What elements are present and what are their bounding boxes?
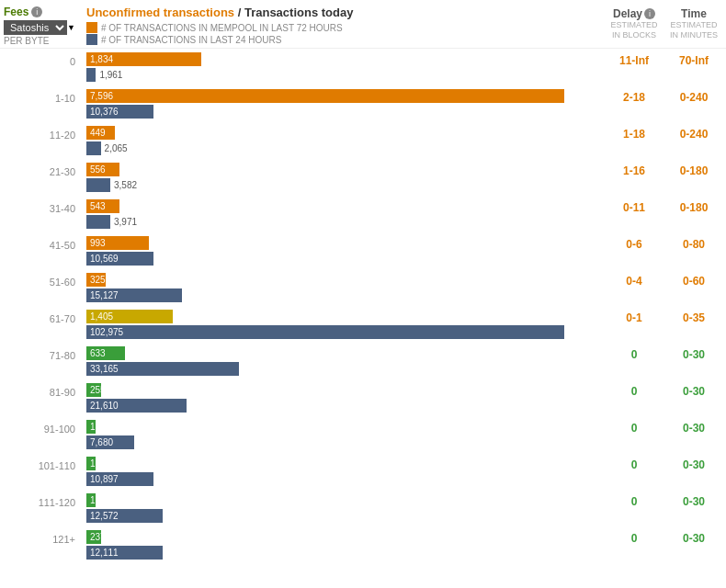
bars-container: 32515,127 — [83, 271, 607, 304]
bar-24h: 21,610 — [86, 399, 187, 413]
chart-title-today: Transactions today — [244, 6, 353, 19]
bars-container: 1,8341,961 — [83, 51, 607, 84]
fees-dropdown[interactable]: Satoshis — [4, 20, 67, 35]
row-values: 00-30 — [607, 345, 726, 361]
delay-value: 0 — [607, 495, 662, 508]
time-value: 0-30 — [662, 348, 726, 361]
bar-value-label: 21,610 — [90, 399, 119, 413]
chart-body: 01,8341,96111-Inf70-Inf1-107,59610,3762-… — [0, 49, 726, 563]
bar-unconfirmed: 556 — [86, 163, 119, 176]
delay-value: 1-18 — [607, 128, 662, 141]
legend-orange-box — [86, 22, 97, 33]
fees-label: Fees — [4, 6, 28, 18]
chart-row: 11-204492,0651-180-240 — [0, 122, 726, 159]
bars-container: 7,59610,376 — [83, 87, 607, 120]
bar-value-label: 7,596 — [90, 89, 113, 103]
time-value: 0-240 — [662, 128, 726, 141]
bars-container: 5433,971 — [83, 198, 607, 231]
fee-range-label: 1-10 — [0, 87, 83, 104]
delay-value: 0-1 — [607, 311, 662, 324]
row-values: 0-60-80 — [607, 234, 726, 251]
bar-value-label: 131 — [90, 420, 106, 434]
time-value: 0-35 — [662, 311, 726, 324]
bar-value-label: 152 — [90, 493, 106, 507]
time-sub1: ESTIMATED — [662, 20, 726, 30]
bar-24h: 10,376 — [86, 105, 153, 119]
bar-value-label: 1,961 — [99, 70, 122, 80]
bar-unconfirmed: 161 — [86, 457, 96, 470]
row-values: 00-30 — [607, 418, 726, 435]
chart-row: 1-107,59610,3762-180-240 — [0, 85, 726, 122]
fee-range-label: 61-70 — [0, 308, 83, 324]
chart-row: 01,8341,96111-Inf70-Inf — [0, 49, 726, 85]
delay-value: 0-11 — [607, 201, 662, 214]
row-values: 0-40-60 — [607, 271, 726, 288]
bar-value-label: 993 — [90, 236, 106, 250]
row-values: 00-30 — [607, 381, 726, 398]
chart-row: 111-12015212,57200-30 — [0, 490, 726, 526]
bar-value-label: 2,065 — [105, 143, 128, 153]
delay-sub1: ESTIMATED — [607, 20, 662, 30]
row-values: 11-Inf70-Inf — [607, 51, 726, 67]
bar-value-label: 10,569 — [90, 252, 119, 266]
time-sub2: IN MINUTES — [662, 30, 726, 40]
delay-column-header: Delay i ESTIMATED IN BLOCKS — [607, 7, 662, 46]
bar-unconfirmed: 449 — [86, 126, 115, 140]
time-value: 0-60 — [662, 275, 726, 288]
bar-24h: 15,127 — [86, 288, 182, 302]
delay-value: 0 — [607, 348, 662, 361]
delay-info-icon[interactable]: i — [644, 8, 655, 19]
bar-value-label: 33,165 — [90, 362, 119, 376]
row-values: 00-30 — [607, 455, 726, 471]
bars-container: 1317,680 — [83, 418, 607, 451]
chart-row: 31-405433,9710-110-180 — [0, 196, 726, 232]
bar-value-label: 3,582 — [114, 180, 137, 190]
delay-sub2: IN BLOCKS — [607, 30, 662, 40]
bar-value-label: 325 — [90, 273, 106, 287]
chart-row: 51-6032515,1270-40-60 — [0, 269, 726, 306]
bar-value-label: 1,405 — [90, 310, 113, 323]
delay-value: 1-16 — [607, 164, 662, 177]
bar-24h — [86, 68, 96, 82]
bar-24h — [86, 215, 110, 229]
bar-value-label: 633 — [90, 346, 106, 360]
bar-value-label: 102,975 — [90, 325, 123, 339]
fee-range-label: 111-120 — [0, 492, 83, 508]
bar-unconfirmed: 325 — [86, 273, 106, 287]
time-value: 0-30 — [662, 422, 726, 435]
chart-row: 121+23712,11100-30 — [0, 526, 726, 563]
chart-row: 61-701,405102,9750-10-35 — [0, 306, 726, 343]
time-column-header: Time ESTIMATED IN MINUTES — [662, 7, 726, 46]
fees-per-byte: PER BYTE — [4, 36, 83, 46]
row-values: 00-30 — [607, 492, 726, 508]
delay-value: 0 — [607, 422, 662, 435]
fee-range-label: 11-20 — [0, 124, 83, 141]
legend-gray-text: # OF TRANSACTIONS IN LAST 24 HOURS — [101, 35, 281, 45]
chart-row: 21-305563,5821-160-180 — [0, 159, 726, 196]
row-values: 1-180-240 — [607, 124, 726, 141]
bar-24h: 10,569 — [86, 252, 153, 266]
bars-container: 4492,065 — [83, 124, 607, 157]
time-value: 0-240 — [662, 91, 726, 104]
time-value: 0-180 — [662, 201, 726, 214]
chart-title-section: Unconfirmed transactions / Transactions … — [83, 6, 607, 46]
time-value: 70-Inf — [662, 54, 726, 67]
bars-container: 5563,582 — [83, 161, 607, 194]
bar-24h — [86, 141, 101, 155]
row-values: 1-160-180 — [607, 161, 726, 177]
time-value: 0-30 — [662, 385, 726, 398]
fee-range-label: 91-100 — [0, 418, 83, 435]
bar-value-label: 12,572 — [90, 509, 119, 523]
row-values: 0-10-35 — [607, 308, 726, 324]
bar-value-label: 15,127 — [90, 288, 119, 302]
delay-value: 2-18 — [607, 91, 662, 104]
row-values: 00-30 — [607, 528, 726, 545]
time-value: 0-30 — [662, 532, 726, 545]
chart-row: 91-1001317,68000-30 — [0, 416, 726, 453]
fee-range-label: 0 — [0, 51, 83, 67]
fees-section: Fees i Satoshis ▼ PER BYTE — [0, 6, 83, 46]
chart-title-separator: / — [234, 6, 244, 19]
bar-unconfirmed: 993 — [86, 236, 149, 250]
fees-info-icon[interactable]: i — [31, 6, 42, 17]
delay-value: 0 — [607, 532, 662, 545]
